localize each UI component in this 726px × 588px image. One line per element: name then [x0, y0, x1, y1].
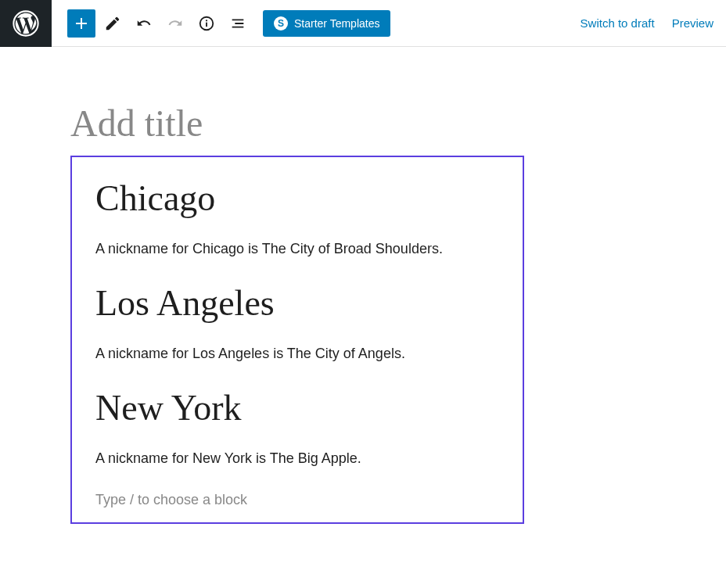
paragraph-block[interactable]: A nickname for Chicago is The City of Br…	[95, 241, 499, 257]
undo-button[interactable]	[130, 9, 158, 38]
heading-block[interactable]: Chicago	[95, 177, 499, 219]
add-block-button[interactable]	[67, 9, 95, 38]
selected-content-block[interactable]: Chicago A nickname for Chicago is The Ci…	[70, 156, 524, 524]
outline-button[interactable]	[224, 9, 252, 38]
pencil-icon	[104, 15, 121, 32]
paragraph-block[interactable]: A nickname for Los Angeles is The City o…	[95, 346, 499, 362]
list-view-icon	[229, 15, 246, 32]
editor-topbar: S Starter Templates Switch to draft Prev…	[0, 0, 726, 47]
redo-icon	[167, 15, 184, 32]
topbar-right-group: Switch to draft Preview	[580, 16, 713, 30]
starter-templates-label: Starter Templates	[294, 17, 379, 30]
block-appender-input[interactable]	[95, 492, 499, 508]
info-icon	[198, 15, 215, 32]
svg-point-3	[206, 20, 207, 21]
preview-button[interactable]: Preview	[672, 16, 713, 30]
starter-templates-icon: S	[274, 16, 288, 30]
plus-icon	[72, 14, 91, 33]
wordpress-logo[interactable]	[0, 0, 52, 47]
wordpress-icon	[13, 10, 39, 37]
editor-area: Chicago A nickname for Chicago is The Ci…	[0, 47, 726, 524]
redo-button[interactable]	[161, 9, 189, 38]
svg-rect-2	[206, 22, 207, 27]
info-button[interactable]	[192, 9, 221, 38]
paragraph-block[interactable]: A nickname for New York is The Big Apple…	[95, 450, 499, 467]
post-title-input[interactable]	[70, 102, 516, 145]
heading-block[interactable]: Los Angeles	[95, 282, 499, 324]
toolbar-left-group: S Starter Templates	[67, 9, 390, 38]
switch-to-draft-button[interactable]: Switch to draft	[580, 16, 655, 30]
starter-templates-button[interactable]: S Starter Templates	[263, 10, 390, 37]
edit-tools-button[interactable]	[99, 9, 127, 38]
undo-icon	[135, 15, 153, 32]
heading-block[interactable]: New York	[95, 387, 499, 428]
